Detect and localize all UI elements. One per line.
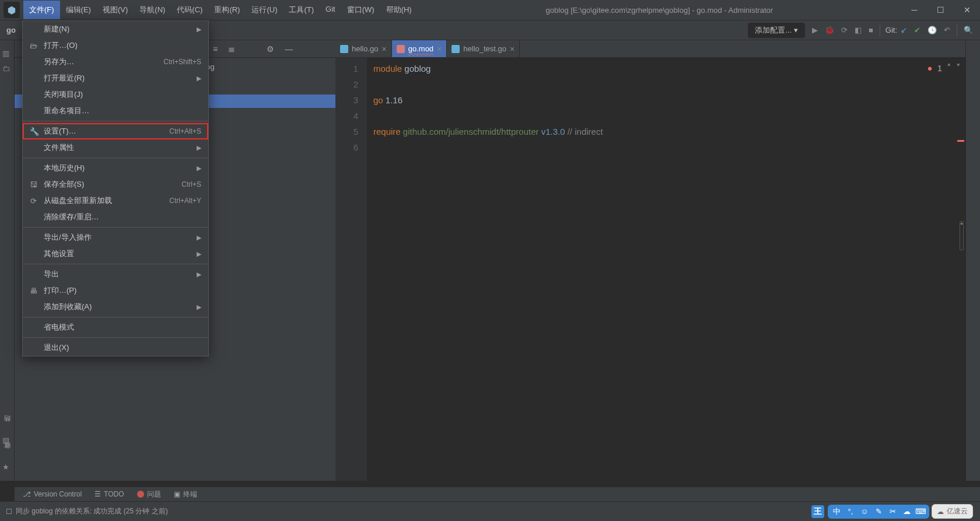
code-editor[interactable]: 123456 module goblog go 1.16 require git… bbox=[335, 58, 965, 481]
profile-icon[interactable]: ◧ bbox=[851, 23, 865, 38]
project-tool-icon[interactable]: ▥ bbox=[2, 49, 12, 58]
git-label: Git: bbox=[883, 26, 897, 34]
run-icon[interactable]: ▶ bbox=[808, 23, 821, 38]
submenu-arrow-icon: ▶ bbox=[197, 144, 201, 152]
status-icon[interactable]: ☐ bbox=[6, 508, 12, 516]
menu-item[interactable]: 导出▶ bbox=[23, 266, 208, 282]
submenu-arrow-icon: ▶ bbox=[197, 26, 201, 33]
star-icon[interactable]: ★ bbox=[2, 463, 12, 472]
warn-icon bbox=[137, 491, 144, 498]
wrench-icon: 🔧 bbox=[30, 127, 39, 136]
menubar: 文件(F) 编辑(E) 视图(V) 导航(N) 代码(C) 重构(R) 运行(U… bbox=[23, 1, 418, 19]
next-error-icon[interactable]: ˅ bbox=[956, 62, 961, 73]
menu-item[interactable]: 其他设置▶ bbox=[23, 246, 208, 262]
gear-icon[interactable]: ⚙ bbox=[267, 44, 274, 54]
line-gutter: 123456 bbox=[335, 58, 368, 481]
tab-hello-go[interactable]: hello.go × bbox=[335, 40, 392, 57]
terminal-tab[interactable]: ▣终端 bbox=[174, 489, 197, 499]
search-icon[interactable]: 🔍 bbox=[960, 23, 977, 38]
menu-code[interactable]: 代码(C) bbox=[171, 1, 208, 19]
prev-error-icon[interactable]: ˄ bbox=[947, 62, 951, 73]
window-title: goblog [E:\go\gitee.com\zgrhelpme\goblog… bbox=[418, 6, 901, 15]
maximize-button[interactable]: ☐ bbox=[928, 0, 954, 20]
run-config-select[interactable]: 添加配置... ▾ bbox=[748, 23, 804, 38]
menu-item[interactable]: ⟳从磁盘全部重新加载Ctrl+Alt+Y bbox=[23, 193, 208, 209]
git-history-icon[interactable]: 🕓 bbox=[924, 23, 940, 38]
menu-help[interactable]: 帮助(H) bbox=[380, 1, 418, 19]
code-content[interactable]: module goblog go 1.16 require github.com… bbox=[368, 58, 965, 481]
coverage-icon[interactable]: ⟳ bbox=[838, 23, 851, 38]
menu-item[interactable]: 清除缓存/重启… bbox=[23, 209, 208, 225]
list-icon: ☰ bbox=[94, 490, 101, 498]
menu-view[interactable]: 视图(V) bbox=[97, 1, 134, 19]
menu-item[interactable]: 添加到收藏(A)▶ bbox=[23, 299, 208, 315]
title-bar: ⬢ 文件(F) 编辑(E) 视图(V) 导航(N) 代码(C) 重构(R) 运行… bbox=[0, 0, 980, 20]
right-tool-stripe bbox=[965, 40, 980, 481]
menu-refactor[interactable]: 重构(R) bbox=[208, 1, 246, 19]
cloud-icon[interactable]: ☁ bbox=[901, 506, 912, 517]
todo-tab[interactable]: ☰TODO bbox=[94, 490, 124, 498]
brand-pill[interactable]: ☁ 亿速云 bbox=[932, 504, 973, 519]
edit-icon[interactable]: ✎ bbox=[873, 506, 884, 517]
scissors-icon[interactable]: ✂ bbox=[887, 506, 898, 517]
menu-window[interactable]: 窗口(W) bbox=[341, 1, 380, 19]
git-commit-icon[interactable]: ✔ bbox=[911, 23, 924, 38]
lang-icon[interactable]: 中 bbox=[831, 506, 842, 517]
menu-item[interactable]: 退出(X) bbox=[23, 340, 208, 356]
emoji-icon[interactable]: ☺ bbox=[859, 506, 870, 517]
git-revert-icon[interactable]: ↶ bbox=[940, 23, 954, 38]
menu-item[interactable]: 新建(N)▶ bbox=[23, 21, 208, 37]
menu-item[interactable]: 导出/导入操作▶ bbox=[23, 229, 208, 246]
menu-item[interactable]: 🔧设置(T)…Ctrl+Alt+S bbox=[23, 123, 208, 139]
minimize-button[interactable]: ─ bbox=[901, 0, 928, 20]
inspection-summary[interactable]: ●1 ˄ ˅ bbox=[928, 62, 961, 73]
collapse-icon[interactable]: ≣ bbox=[228, 44, 235, 54]
version-control-tab[interactable]: ⎇Version Control bbox=[23, 490, 82, 498]
punct-icon[interactable]: °, bbox=[845, 506, 856, 517]
ime-icon[interactable]: 王 bbox=[811, 505, 824, 518]
tray-pill[interactable]: 中 °, ☺ ✎ ✂ ☁ ⌨ bbox=[828, 505, 929, 519]
menu-git[interactable]: Git bbox=[320, 1, 341, 19]
close-icon[interactable]: × bbox=[437, 44, 442, 54]
error-marker[interactable] bbox=[957, 140, 964, 142]
stop-icon[interactable]: ■ bbox=[865, 23, 877, 38]
project-name: go bbox=[4, 26, 19, 34]
menu-navigate[interactable]: 导航(N) bbox=[134, 1, 171, 19]
submenu-arrow-icon: ▶ bbox=[197, 234, 201, 242]
close-icon[interactable]: × bbox=[382, 44, 387, 54]
menu-item[interactable]: 另存为…Ctrl+Shift+S bbox=[23, 54, 208, 70]
submenu-arrow-icon: ▶ bbox=[197, 165, 201, 172]
hide-icon[interactable]: — bbox=[285, 44, 293, 54]
folder-tool-icon[interactable]: 🗀 bbox=[2, 64, 12, 74]
menu-item[interactable]: 打开最近(R)▶ bbox=[23, 70, 208, 86]
editor-tabs: hello.go × go.mod × hello_test.go × bbox=[335, 40, 965, 58]
debug-icon[interactable]: 🐞 bbox=[821, 23, 838, 38]
menu-item[interactable]: 本地历史(H)▶ bbox=[23, 160, 208, 176]
menu-file[interactable]: 文件(F) bbox=[23, 1, 60, 19]
problems-tab[interactable]: 问题 bbox=[137, 489, 161, 499]
file-menu-dropdown: 新建(N)▶🗁打开…(O)另存为…Ctrl+Shift+S打开最近(R)▶关闭项… bbox=[22, 20, 209, 356]
bottom-tool-tabs: ⎇Version Control ☰TODO 问题 ▣终端 bbox=[15, 487, 980, 501]
tab-go-mod[interactable]: go.mod × bbox=[392, 40, 447, 57]
structure-icon[interactable]: ▤ bbox=[2, 436, 12, 445]
menu-item[interactable]: 文件属性▶ bbox=[23, 139, 208, 156]
system-tray: 王 中 °, ☺ ✎ ✂ ☁ ⌨ ☁ 亿速云 bbox=[811, 504, 973, 519]
tab-hello-test-go[interactable]: hello_test.go × bbox=[447, 40, 520, 57]
menu-item[interactable]: 🗁打开…(O) bbox=[23, 37, 208, 54]
expand-icon[interactable]: ≡ bbox=[213, 44, 218, 54]
menu-item[interactable]: 关闭项目(J) bbox=[23, 86, 208, 103]
menu-item[interactable]: 🖫保存全部(S)Ctrl+S bbox=[23, 176, 208, 193]
menu-edit[interactable]: 编辑(E) bbox=[60, 1, 97, 19]
git-pull-icon[interactable]: ↙ bbox=[897, 23, 911, 38]
menu-item[interactable]: 重命名项目… bbox=[23, 103, 208, 119]
keyboard-icon[interactable]: ⌨ bbox=[915, 506, 926, 517]
save-icon: 🖫 bbox=[29, 180, 38, 189]
close-icon[interactable]: × bbox=[510, 44, 514, 54]
menu-item[interactable]: 省电模式 bbox=[23, 319, 208, 335]
mod-file-icon bbox=[397, 45, 405, 53]
menu-tools[interactable]: 工具(T) bbox=[283, 1, 320, 19]
close-button[interactable]: ✕ bbox=[954, 0, 980, 20]
menu-run[interactable]: 运行(U) bbox=[246, 1, 283, 19]
menu-item[interactable]: 🖶打印…(P) bbox=[23, 282, 208, 299]
scroll-indicator[interactable] bbox=[960, 221, 964, 250]
